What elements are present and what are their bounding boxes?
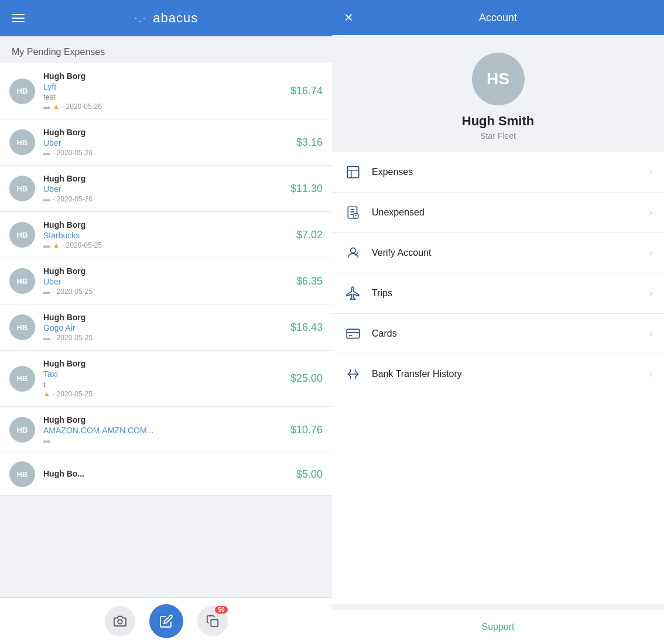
receipt-icon: ▬ — [43, 195, 50, 203]
expense-note: t — [43, 380, 282, 389]
menu-label-expenses: Expenses — [372, 167, 640, 177]
edit-icon — [159, 614, 173, 628]
expense-details: Hugh Borg Uber ▬ · 2020-05-26 — [43, 128, 288, 157]
expense-merchant: Uber — [43, 138, 288, 148]
expense-meta: ▬ ▲ · 2020-05-26 — [43, 102, 282, 111]
menu-label-cards: Cards — [372, 328, 640, 339]
copy-icon — [206, 615, 219, 628]
expense-merchant: Gogo Air — [43, 323, 282, 333]
menu-item-cards[interactable]: Cards › — [332, 314, 664, 354]
edit-button[interactable] — [149, 604, 183, 638]
receipt-icon: ▬ — [43, 436, 50, 444]
expense-person-name: Hugh Borg — [43, 174, 282, 183]
menu-item-trips[interactable]: Trips › — [332, 273, 664, 314]
expense-meta: ▬ — [43, 436, 282, 444]
chevron-right-icon: › — [649, 288, 652, 299]
warning-icon: ▲ — [53, 102, 60, 111]
expense-merchant: Starbucks — [43, 231, 288, 240]
expense-amount: $10.76 — [290, 424, 323, 436]
receipt-icon: ▬ — [43, 241, 50, 249]
expense-amount: $11.30 — [290, 183, 323, 195]
avatar: HB — [9, 222, 35, 248]
left-panel: ·.· abacus My Pending Expenses HB Hugh B… — [0, 0, 332, 644]
expense-item[interactable]: HB Hugh Borg Lyft test ▬ ▲ · 2020-05-26 … — [0, 63, 332, 119]
expense-amount: $3.16 — [296, 136, 323, 149]
chevron-right-icon: › — [649, 328, 652, 339]
badge-count: 50 — [215, 606, 227, 614]
cards-icon — [344, 324, 362, 343]
expense-person-name: Hugh Borg — [43, 313, 282, 322]
menu-item-unexpensed[interactable]: Unexpensed › — [332, 193, 664, 233]
expense-details: Hugh Borg Gogo Air ▬ · 2020-05-25 — [43, 313, 282, 342]
close-button[interactable]: ✕ — [344, 12, 354, 23]
menu-label-trips: Trips — [372, 288, 640, 299]
left-header: ·.· abacus — [0, 0, 332, 36]
expense-amount: $6.35 — [296, 275, 323, 287]
menu-label-verify: Verify Account — [372, 248, 640, 258]
support-link[interactable]: Support — [481, 622, 514, 632]
svg-point-0 — [118, 619, 122, 624]
expense-details: Hugh Borg Lyft test ▬ ▲ · 2020-05-26 — [43, 71, 282, 111]
menu-label-unexpensed: Unexpensed — [372, 207, 640, 218]
app-logo: ·.· abacus — [134, 11, 198, 26]
expense-amount: $16.43 — [290, 321, 323, 334]
expense-meta: ▬ · 2020-05-25 — [43, 287, 288, 296]
expense-amount: $16.74 — [290, 85, 323, 97]
hamburger-menu-icon[interactable] — [12, 14, 25, 22]
avatar: HB — [9, 461, 35, 487]
expense-details: Hugh Borg Taxi t ▲ · 2020-05-25 — [43, 359, 282, 398]
expense-note: test — [43, 93, 282, 101]
expense-item[interactable]: HB Hugh Borg Uber ▬ · 2020-05-26 $11.30 — [0, 166, 332, 212]
chevron-right-icon: › — [649, 167, 652, 177]
unexpensed-icon — [344, 203, 362, 222]
expense-item[interactable]: HB Hugh Borg Starbucks ▬ ▲ · 2020-05-25 … — [0, 212, 332, 258]
expense-item[interactable]: HB Hugh Borg Uber ▬ · 2020-05-26 $3.16 — [0, 119, 332, 166]
expense-meta: ▬ · 2020-05-26 — [43, 149, 288, 157]
expense-meta: ▲ · 2020-05-25 — [43, 390, 282, 398]
expense-merchant: Taxi — [43, 369, 282, 379]
expense-item[interactable]: HB Hugh Borg Gogo Air ▬ · 2020-05-25 $16… — [0, 304, 332, 351]
avatar: HB — [9, 417, 35, 443]
expense-meta: ▬ · 2020-05-26 — [43, 195, 282, 203]
menu-item-expenses[interactable]: Expenses › — [332, 152, 664, 193]
profile-name: Hugh Smith — [462, 114, 534, 129]
avatar: HB — [9, 176, 35, 201]
expense-details: Hugh Borg AMAZON.COM.AMZN.COM... ▬ — [43, 415, 282, 444]
expense-item[interactable]: HB Hugh Borg AMAZON.COM.AMZN.COM... ▬ $1… — [0, 407, 332, 453]
receipt-icon: ▬ — [43, 102, 50, 111]
chevron-right-icon: › — [649, 248, 652, 258]
bottom-toolbar: 50 — [0, 597, 332, 644]
camera-button[interactable] — [105, 606, 135, 636]
menu-item-verify[interactable]: Verify Account › — [332, 233, 664, 273]
svg-rect-2 — [347, 166, 359, 178]
svg-rect-6 — [347, 329, 360, 338]
expense-person-name: Hugh Borg — [43, 71, 282, 81]
profile-avatar: HS — [472, 53, 525, 105]
expense-merchant: AMAZON.COM.AMZN.COM... — [43, 426, 282, 435]
section-title: My Pending Expenses — [0, 36, 332, 63]
chevron-right-icon: › — [649, 369, 652, 379]
avatar: HB — [9, 314, 35, 340]
expense-meta: ▬ ▲ · 2020-05-25 — [43, 241, 288, 249]
account-menu-list: Expenses › Unexpensed › — [332, 152, 664, 604]
camera-icon — [114, 615, 126, 628]
profile-section: HS Hugh Smith Star Fleet — [332, 35, 664, 152]
expense-item[interactable]: HB Hugh Bo... $5.00 — [0, 453, 332, 496]
warning-icon: ▲ — [53, 241, 60, 249]
right-header: ✕ Account — [332, 0, 664, 35]
expense-item[interactable]: HB Hugh Borg Uber ▬ · 2020-05-25 $6.35 — [0, 258, 332, 304]
profile-org: Star Fleet — [480, 131, 516, 141]
right-panel: ✕ Account HS Hugh Smith Star Fleet Expen… — [332, 0, 664, 644]
bank-transfer-icon — [344, 365, 362, 383]
expense-merchant: Uber — [43, 277, 288, 286]
menu-item-bank[interactable]: Bank Transfer History › — [332, 354, 664, 394]
copy-button[interactable]: 50 — [197, 606, 228, 636]
expense-person-name: Hugh Borg — [43, 359, 282, 368]
expense-details: Hugh Bo... — [43, 469, 288, 479]
receipt-icon: ▬ — [43, 334, 50, 342]
expense-item[interactable]: HB Hugh Borg Taxi t ▲ · 2020-05-25 $25.0… — [0, 351, 332, 407]
expense-details: Hugh Borg Uber ▬ · 2020-05-25 — [43, 266, 288, 296]
expense-amount: $7.02 — [296, 229, 323, 241]
menu-label-bank: Bank Transfer History — [372, 369, 640, 379]
expense-list: HB Hugh Borg Lyft test ▬ ▲ · 2020-05-26 … — [0, 63, 332, 597]
